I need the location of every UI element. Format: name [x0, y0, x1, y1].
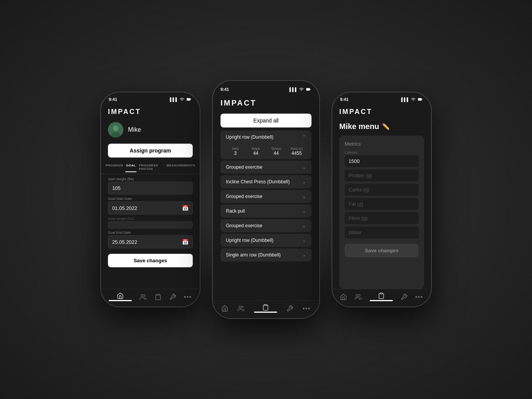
goal-weight-label: Goal weight (lbs): [108, 217, 193, 221]
menu-title: Mike menu: [339, 122, 379, 131]
tab-program[interactable]: PROGRAM: [105, 162, 124, 172]
calories-field: Calories 1500: [345, 151, 419, 167]
status-icons-left: ▌▌▌: [170, 97, 192, 102]
exercise-row-3[interactable]: Grouped exercise ⌄: [221, 190, 311, 203]
exercise-row-5[interactable]: Grouped exercise ⌄: [221, 219, 311, 232]
goal-start-date-input[interactable]: 01.05.2022 📅: [108, 201, 193, 215]
tools-icon-right: [401, 293, 407, 300]
goal-end-date-field: Goal End Date 25.05.2022 📅: [108, 231, 193, 248]
tab-measurements[interactable]: MEASUREMENTS: [166, 162, 196, 172]
start-weight-input[interactable]: 105: [108, 182, 193, 194]
nav-people-left[interactable]: [140, 293, 146, 300]
nav-tools-center[interactable]: [286, 305, 293, 312]
nav-tools-right[interactable]: [401, 293, 407, 300]
save-changes-button-left[interactable]: Save changes: [108, 254, 193, 267]
exercise-name-0: Upright row (Dumbbell): [226, 134, 273, 140]
chevron-up-0: ⌃: [302, 134, 306, 140]
water-input[interactable]: Water: [345, 226, 419, 238]
calories-input[interactable]: 1500: [345, 155, 419, 167]
nav-clipboard-left[interactable]: [155, 293, 162, 300]
exercise-name-5: Grouped exercise: [226, 223, 263, 228]
start-weight-field: Start weight (lbs) 105: [108, 177, 193, 194]
exercise-name-4: Rack pull: [226, 208, 245, 214]
nav-people-right[interactable]: [355, 293, 362, 300]
clipboard-icon-left: [155, 293, 162, 300]
nav-more-left[interactable]: •••: [184, 294, 192, 300]
svg-rect-5: [157, 294, 159, 295]
sets-value: 3: [234, 151, 237, 156]
expand-all-button[interactable]: Expand all: [221, 114, 311, 127]
fat-input[interactable]: Fat (g): [345, 198, 419, 210]
svg-point-7: [239, 306, 241, 308]
exercise-row-1[interactable]: Grouped exercise ⌄: [221, 161, 311, 174]
exercise-details-0: Sets 3 Reps 44 Tempo 44 Rest (s): [221, 144, 311, 159]
goal-end-date-input[interactable]: 25.05.2022 📅: [108, 235, 193, 248]
menu-header: Mike menu ✏️: [332, 119, 431, 136]
nav-home-left[interactable]: [109, 292, 132, 301]
nav-more-right[interactable]: •••: [415, 294, 423, 300]
tab-nav-left: PROGRAM GOAL PROGRESS PHOTOS MEASUREMENT…: [101, 161, 200, 174]
detail-tempo: Tempo 44: [267, 147, 286, 156]
nav-underline-right: [370, 300, 393, 301]
time-center: 9:41: [221, 87, 229, 92]
carbs-input[interactable]: Carbs (g): [345, 184, 419, 196]
fibre-input[interactable]: Fibre (g): [345, 212, 419, 224]
exercise-name-2: Incline Chest Press (Dumbbell): [226, 179, 290, 184]
metrics-title: Metrics: [345, 141, 419, 147]
signal-icon-right: ▌▌▌: [401, 97, 409, 102]
protein-input[interactable]: Protein (g): [345, 169, 419, 181]
form-section-left: Start weight (lbs) 105 Goal Start Date 0…: [101, 174, 200, 289]
goal-weight-input[interactable]: [108, 221, 193, 228]
assign-program-button[interactable]: Assign program: [108, 144, 193, 158]
chevron-down-3: ⌄: [302, 194, 306, 199]
goal-start-date-label: Goal Start Date: [108, 197, 193, 201]
people-icon-right: [355, 293, 362, 300]
home-icon-right: [340, 293, 347, 300]
detail-sets: Sets 3: [226, 147, 245, 156]
exercise-item-0: Upright row (Dumbbell) ⌃ Sets 3 Reps 44: [221, 131, 311, 159]
signal-icon-center: ▌▌▌: [290, 87, 298, 92]
nav-more-center[interactable]: •••: [303, 305, 311, 312]
goal-end-date-label: Goal End Date: [108, 231, 193, 235]
exercise-row-6[interactable]: Upright row (Dumbbell) ⌄: [221, 234, 311, 247]
exercise-row-2[interactable]: Incline Chest Press (Dumbbell) ⌄: [221, 175, 311, 188]
bottom-nav-center: •••: [213, 300, 319, 318]
profile-section: Mike: [101, 119, 200, 141]
nav-people-center[interactable]: [237, 305, 244, 312]
battery-icon-center: [305, 87, 311, 92]
svg-point-10: [356, 294, 359, 297]
wifi-icon-center: [299, 87, 304, 92]
exercise-row-0[interactable]: Upright row (Dumbbell) ⌃: [221, 131, 311, 144]
logo-center: IMPACT: [213, 93, 319, 111]
save-changes-button-right[interactable]: Save changes: [345, 244, 419, 257]
tab-progress-photos[interactable]: PROGRESS PHOTOS: [138, 162, 164, 172]
chevron-down-4: ⌄: [302, 208, 306, 214]
exercise-row-7[interactable]: Single arm row (Dumbbell) ⌄: [221, 248, 311, 262]
nav-tools-left[interactable]: [169, 293, 176, 300]
nav-home-right[interactable]: [340, 293, 347, 300]
tab-goal[interactable]: GOAL: [125, 162, 136, 172]
app-content-left: Mike Assign program PROGRAM GOAL PROGRES…: [101, 119, 200, 289]
rest-label: Rest (s): [291, 147, 303, 151]
edit-icon[interactable]: ✏️: [382, 123, 390, 130]
exercise-name-7: Single arm row (Dumbbell): [226, 252, 281, 258]
protein-field: Protein (g): [345, 169, 419, 181]
nav-home-center[interactable]: [221, 305, 228, 312]
chevron-down-7: ⌄: [302, 252, 306, 258]
nav-clipboard-center[interactable]: [254, 304, 277, 313]
nav-clipboard-right[interactable]: [370, 292, 393, 301]
status-bar-right: 9:41 ▌▌▌: [332, 92, 431, 103]
exercise-row-4[interactable]: Rack pull ⌄: [221, 205, 311, 218]
wifi-icon-right: [411, 97, 416, 102]
svg-point-4: [141, 294, 143, 297]
status-icons-center: ▌▌▌: [290, 87, 311, 92]
bottom-nav-right: •••: [332, 289, 431, 307]
signal-icon-left: ▌▌▌: [170, 97, 178, 102]
chevron-down-2: ⌄: [302, 179, 306, 184]
rest-value: 4455: [291, 151, 302, 156]
bottom-nav-left: •••: [101, 289, 200, 307]
exercise-name-3: Grouped exercise: [226, 194, 263, 199]
sets-label: Sets: [232, 147, 239, 151]
water-field: Water: [345, 226, 419, 238]
carbs-field: Carbs (g): [345, 184, 419, 196]
